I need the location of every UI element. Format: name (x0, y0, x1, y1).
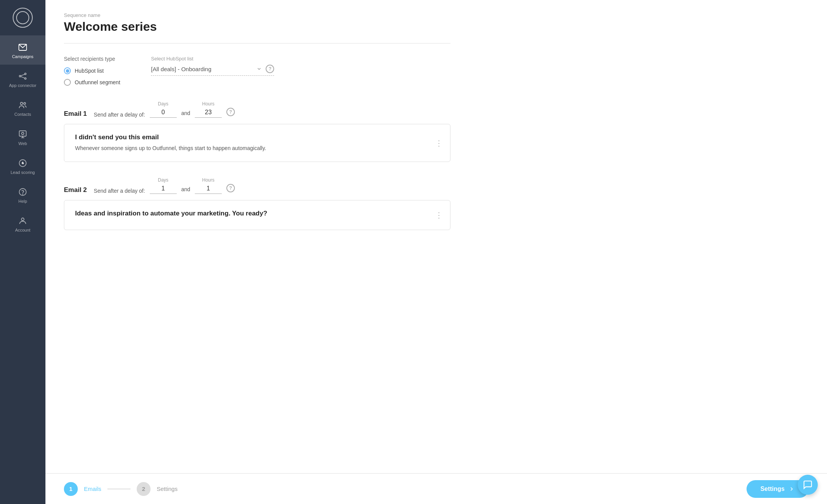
web-icon (18, 130, 27, 139)
hubspot-select-group: Select HubSpot list [All deals] - Onboar… (151, 56, 274, 76)
help-circle-icon[interactable]: ? (266, 65, 274, 73)
sidebar-item-account[interactable]: Account (0, 209, 45, 238)
sequence-label: Sequence name (64, 12, 450, 18)
svg-point-7 (24, 103, 26, 105)
radio-hubspot-label: HubSpot list (75, 68, 104, 74)
step2-number: 2 (142, 486, 145, 492)
radio-hubspot-icon (64, 67, 71, 74)
account-icon (18, 216, 27, 225)
email1-card: I didn't send you this email Whenever so… (64, 124, 450, 162)
email2-and-text: and (181, 186, 190, 192)
email2-card: Ideas and inspiration to automate your m… (64, 200, 450, 230)
email2-days-label: Days (158, 177, 168, 183)
email2-hours-label: Hours (202, 177, 214, 183)
email2-delay-text: Send after a delay of: (94, 188, 145, 194)
step-connector (107, 489, 131, 489)
hubspot-select-label: Select HubSpot list (151, 56, 274, 62)
sidebar-label-web: Web (18, 141, 27, 146)
recipients-label: Select recipients type (64, 56, 120, 62)
recipients-section: Select recipients type HubSpot list Outf… (64, 56, 450, 86)
sidebar-label-account: Account (15, 228, 30, 233)
sidebar-label-campaigns: Campaigns (12, 54, 33, 59)
sidebar-label-lead-scoring: Lead scoring (11, 170, 35, 175)
email1-days-label: Days (158, 101, 168, 107)
email2-help-icon[interactable]: ? (226, 184, 235, 192)
email2-title: Email 2 (64, 186, 87, 194)
svg-point-16 (22, 218, 24, 221)
main-content: Sequence name Welcome series Select reci… (45, 0, 827, 504)
logo[interactable] (0, 0, 45, 36)
svg-point-3 (25, 78, 26, 79)
email2-section: Email 2 Send after a delay of: Days and … (64, 177, 450, 230)
svg-line-4 (21, 74, 25, 76)
email2-days-group: Days (150, 177, 177, 194)
svg-point-13 (22, 162, 23, 164)
email2-delay-row: Email 2 Send after a delay of: Days and … (64, 177, 450, 194)
email2-card-menu[interactable]: ⋮ (435, 210, 443, 220)
title-divider (64, 43, 450, 43)
chevron-down-icon (256, 66, 262, 72)
step1-label: Emails (84, 486, 101, 492)
sidebar: Campaigns App connector Contacts Web (0, 0, 45, 504)
sidebar-item-help[interactable]: Help (0, 180, 45, 209)
settings-btn-label: Settings (760, 486, 785, 492)
email1-delay-text: Send after a delay of: (94, 112, 145, 118)
sidebar-item-contacts[interactable]: Contacts (0, 93, 45, 122)
hubspot-select-value: [All deals] - Onboarding (151, 66, 253, 72)
radio-outfunnel-icon (64, 79, 71, 86)
email1-hours-label: Hours (202, 101, 214, 107)
app-connector-icon (18, 72, 27, 81)
svg-point-9 (22, 132, 24, 135)
email1-days-group: Days (150, 101, 177, 118)
lead-scoring-icon (18, 159, 27, 168)
wizard-steps: 1 Emails 2 Settings (64, 482, 177, 496)
hubspot-select-dropdown[interactable]: [All deals] - Onboarding ? (151, 65, 274, 76)
campaigns-icon (18, 43, 27, 52)
email1-hours-input[interactable] (195, 108, 222, 118)
hubspot-select-icons: ? (256, 65, 274, 73)
radio-group: HubSpot list Outfunnel segment (64, 67, 120, 86)
step1-number: 1 (69, 486, 72, 492)
email1-card-body: Whenever someone signs up to Outfunnel, … (75, 144, 439, 152)
email1-card-title: I didn't send you this email (75, 134, 439, 141)
step2-circle[interactable]: 2 (137, 482, 151, 496)
email1-hours-group: Hours (195, 101, 222, 118)
radio-outfunnel-label: Outfunnel segment (75, 79, 120, 85)
sidebar-label-app-connector: App connector (9, 83, 37, 88)
email1-help-icon[interactable]: ? (226, 108, 235, 116)
chat-icon (803, 480, 813, 490)
svg-line-5 (21, 77, 25, 78)
sidebar-item-app-connector[interactable]: App connector (0, 65, 45, 93)
wizard-bar: 1 Emails 2 Settings Settings (45, 473, 827, 504)
email1-and-text: and (181, 110, 190, 116)
email1-section: Email 1 Send after a delay of: Days and … (64, 101, 450, 162)
sidebar-item-campaigns[interactable]: Campaigns (0, 36, 45, 65)
email1-card-menu[interactable]: ⋮ (435, 139, 443, 148)
email2-days-input[interactable] (150, 184, 177, 194)
sidebar-label-help: Help (18, 199, 27, 204)
chat-button[interactable] (798, 475, 818, 495)
radio-hubspot-list[interactable]: HubSpot list (64, 67, 120, 74)
sidebar-item-lead-scoring[interactable]: Lead scoring (0, 152, 45, 180)
contacts-icon (18, 100, 27, 110)
step1-circle[interactable]: 1 (64, 482, 78, 496)
chevron-right-icon (788, 486, 795, 492)
content-area: Sequence name Welcome series Select reci… (45, 0, 469, 292)
email1-delay-row: Email 1 Send after a delay of: Days and … (64, 101, 450, 118)
step2-label: Settings (157, 486, 177, 492)
sidebar-item-web[interactable]: Web (0, 123, 45, 152)
email1-days-input[interactable] (150, 108, 177, 118)
svg-rect-8 (19, 131, 26, 136)
recipients-type-group: Select recipients type HubSpot list Outf… (64, 56, 120, 86)
email2-hours-group: Hours (195, 177, 222, 194)
email2-card-title: Ideas and inspiration to automate your m… (75, 210, 439, 217)
email2-hours-input[interactable] (195, 184, 222, 194)
radio-outfunnel-segment[interactable]: Outfunnel segment (64, 79, 120, 86)
logo-icon (13, 8, 33, 28)
sequence-title: Welcome series (64, 20, 450, 34)
email1-title: Email 1 (64, 110, 87, 118)
help-icon (18, 187, 27, 197)
svg-point-1 (19, 75, 21, 77)
svg-point-6 (20, 102, 23, 105)
svg-point-15 (23, 194, 23, 194)
